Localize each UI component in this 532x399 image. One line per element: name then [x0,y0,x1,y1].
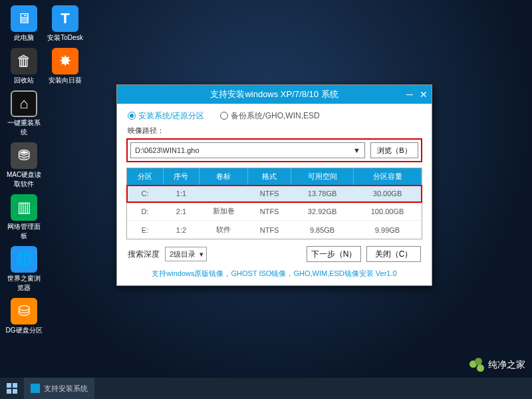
desktop-icon-netmgr[interactable]: ▥网络管理面板 [5,194,43,241]
table-row[interactable]: E:1:2软件NTFS9.85GB9.99GB [127,221,422,239]
table-header: 分区序号卷标格式可用空间分区容量 [127,168,422,186]
desktop-icon-recycle[interactable]: 🗑回收站 [5,48,43,85]
start-button[interactable] [0,378,24,399]
desktop-icon-browser[interactable]: 🌐世界之窗浏览器 [5,246,43,293]
taskbar: 支持安装系统 [0,378,532,399]
partition-table: 分区序号卷标格式可用空间分区容量 C:1:1NTFS13.78GB30.00GB… [126,168,422,239]
watermark-logo-icon [469,358,484,372]
image-path-row: D:\0623\WIN11.gho ▼ 浏览（B） [126,138,422,162]
windows-logo-icon [7,383,17,394]
image-path-value: D:\0623\WIN11.gho [135,146,200,154]
desktop-icon-sunflower[interactable]: ✸安装向日葵 [47,48,84,85]
table-row[interactable]: D:2:1新加卷NTFS32.92GB100.00GB [127,202,422,221]
footer-note: 支持windows原版镜像，GHOST ISO镜像，GHO,WIM,ESD镜像安… [117,269,432,285]
next-button[interactable]: 下一步（N） [307,246,361,262]
desktop-icon-dg[interactable]: ⛁DG硬盘分区 [5,298,43,335]
image-path-select[interactable]: D:\0623\WIN11.gho ▼ [130,142,365,158]
radio-backup[interactable]: 备份系统/GHO,WIN,ESD [220,110,319,122]
watermark: 纯净之家 [469,358,525,372]
depth-label: 搜索深度 [128,249,160,260]
browse-button[interactable]: 浏览（B） [370,142,418,158]
desktop-icon-mac-disk[interactable]: ⛃MAC硬盘读取软件 [5,142,43,189]
window-titlebar[interactable]: 支持安装windows XP/7/8/10 系统 ─ ✕ [117,85,432,104]
taskbar-item-installer[interactable]: 支持安装系统 [24,378,94,399]
desktop-icon-reinstall[interactable]: ⌂一键重装系统 [5,90,43,137]
path-label: 映像路径： [117,126,432,138]
desktop-icons-col1: 🖥此电脑 🗑回收站 ⌂一键重装系统 ⛃MAC硬盘读取软件 ▥网络管理面板 🌐世界… [5,5,43,335]
close-button[interactable]: 关闭（C） [366,246,421,262]
desktop-icon-todesk[interactable]: T安装ToDesk [47,5,84,43]
radio-install[interactable]: 安装系统/还原分区 [128,110,204,122]
table-row[interactable]: C:1:1NTFS13.78GB30.00GB [127,186,422,202]
desktop-icon-this-pc[interactable]: 🖥此电脑 [5,5,43,43]
minimize-icon[interactable]: ─ [406,89,413,100]
installer-window: 支持安装windows XP/7/8/10 系统 ─ ✕ 安装系统/还原分区 备… [116,84,432,286]
window-title: 支持安装windows XP/7/8/10 系统 [210,88,338,100]
close-icon[interactable]: ✕ [420,89,428,100]
taskbar-app-icon [31,384,40,393]
chevron-down-icon: ▼ [353,146,360,154]
desktop-icons-col2: T安装ToDesk ✸安装向日葵 [47,5,84,85]
depth-select[interactable]: 2级目录 [165,247,207,261]
